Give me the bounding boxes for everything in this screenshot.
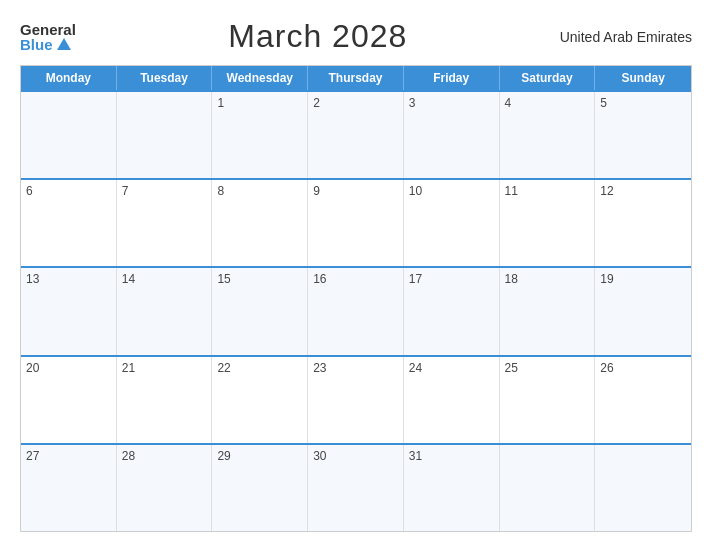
calendar-header-saturday: Saturday xyxy=(500,66,596,90)
day-number: 12 xyxy=(600,184,686,198)
day-number: 2 xyxy=(313,96,398,110)
calendar-cell: 24 xyxy=(404,357,500,443)
calendar-cell: 15 xyxy=(212,268,308,354)
calendar-cell: 13 xyxy=(21,268,117,354)
logo-triangle-icon xyxy=(57,38,71,50)
logo-blue-text: Blue xyxy=(20,37,53,52)
day-number: 10 xyxy=(409,184,494,198)
header: General Blue March 2028 United Arab Emir… xyxy=(20,18,692,55)
day-number: 15 xyxy=(217,272,302,286)
calendar-cell: 29 xyxy=(212,445,308,531)
calendar-cell: 22 xyxy=(212,357,308,443)
page: General Blue March 2028 United Arab Emir… xyxy=(0,0,712,550)
day-number: 29 xyxy=(217,449,302,463)
logo-blue-row: Blue xyxy=(20,37,71,52)
day-number: 20 xyxy=(26,361,111,375)
day-number: 1 xyxy=(217,96,302,110)
day-number: 19 xyxy=(600,272,686,286)
day-number: 4 xyxy=(505,96,590,110)
calendar-cell: 30 xyxy=(308,445,404,531)
calendar-cell: 7 xyxy=(117,180,213,266)
calendar-cell: 11 xyxy=(500,180,596,266)
calendar-header-monday: Monday xyxy=(21,66,117,90)
calendar: MondayTuesdayWednesdayThursdayFridaySatu… xyxy=(20,65,692,532)
day-number: 16 xyxy=(313,272,398,286)
day-number: 31 xyxy=(409,449,494,463)
calendar-cell: 1 xyxy=(212,92,308,178)
calendar-title: March 2028 xyxy=(228,18,407,55)
day-number: 9 xyxy=(313,184,398,198)
calendar-cell xyxy=(500,445,596,531)
calendar-cell xyxy=(117,92,213,178)
day-number: 21 xyxy=(122,361,207,375)
calendar-week-2: 6789101112 xyxy=(21,178,691,266)
calendar-cell: 21 xyxy=(117,357,213,443)
calendar-cell: 14 xyxy=(117,268,213,354)
calendar-cell xyxy=(595,445,691,531)
calendar-cell: 9 xyxy=(308,180,404,266)
calendar-week-1: 12345 xyxy=(21,90,691,178)
calendar-cell: 17 xyxy=(404,268,500,354)
calendar-cell: 4 xyxy=(500,92,596,178)
day-number: 23 xyxy=(313,361,398,375)
calendar-cell: 16 xyxy=(308,268,404,354)
calendar-cell: 20 xyxy=(21,357,117,443)
day-number: 5 xyxy=(600,96,686,110)
calendar-header-wednesday: Wednesday xyxy=(212,66,308,90)
calendar-week-5: 2728293031 xyxy=(21,443,691,531)
calendar-cell: 10 xyxy=(404,180,500,266)
day-number: 17 xyxy=(409,272,494,286)
calendar-cell: 27 xyxy=(21,445,117,531)
calendar-header-thursday: Thursday xyxy=(308,66,404,90)
calendar-cell: 23 xyxy=(308,357,404,443)
day-number: 27 xyxy=(26,449,111,463)
calendar-header-sunday: Sunday xyxy=(595,66,691,90)
logo-general-text: General xyxy=(20,22,76,37)
calendar-cell: 18 xyxy=(500,268,596,354)
day-number: 11 xyxy=(505,184,590,198)
calendar-cell: 6 xyxy=(21,180,117,266)
calendar-cell: 25 xyxy=(500,357,596,443)
day-number: 14 xyxy=(122,272,207,286)
calendar-cell: 5 xyxy=(595,92,691,178)
calendar-cell: 26 xyxy=(595,357,691,443)
calendar-cell: 3 xyxy=(404,92,500,178)
day-number: 3 xyxy=(409,96,494,110)
calendar-cell: 19 xyxy=(595,268,691,354)
day-number: 7 xyxy=(122,184,207,198)
day-number: 13 xyxy=(26,272,111,286)
day-number: 25 xyxy=(505,361,590,375)
calendar-header-tuesday: Tuesday xyxy=(117,66,213,90)
day-number: 22 xyxy=(217,361,302,375)
day-number: 18 xyxy=(505,272,590,286)
calendar-cell: 31 xyxy=(404,445,500,531)
day-number: 30 xyxy=(313,449,398,463)
calendar-cell: 12 xyxy=(595,180,691,266)
day-number: 28 xyxy=(122,449,207,463)
calendar-cell xyxy=(21,92,117,178)
day-number: 6 xyxy=(26,184,111,198)
calendar-cell: 8 xyxy=(212,180,308,266)
calendar-body: 1234567891011121314151617181920212223242… xyxy=(21,90,691,531)
calendar-week-4: 20212223242526 xyxy=(21,355,691,443)
day-number: 26 xyxy=(600,361,686,375)
day-number: 8 xyxy=(217,184,302,198)
calendar-header-row: MondayTuesdayWednesdayThursdayFridaySatu… xyxy=(21,66,691,90)
region-label: United Arab Emirates xyxy=(560,29,692,45)
calendar-week-3: 13141516171819 xyxy=(21,266,691,354)
calendar-cell: 2 xyxy=(308,92,404,178)
calendar-cell: 28 xyxy=(117,445,213,531)
day-number: 24 xyxy=(409,361,494,375)
logo: General Blue xyxy=(20,22,76,52)
calendar-header-friday: Friday xyxy=(404,66,500,90)
